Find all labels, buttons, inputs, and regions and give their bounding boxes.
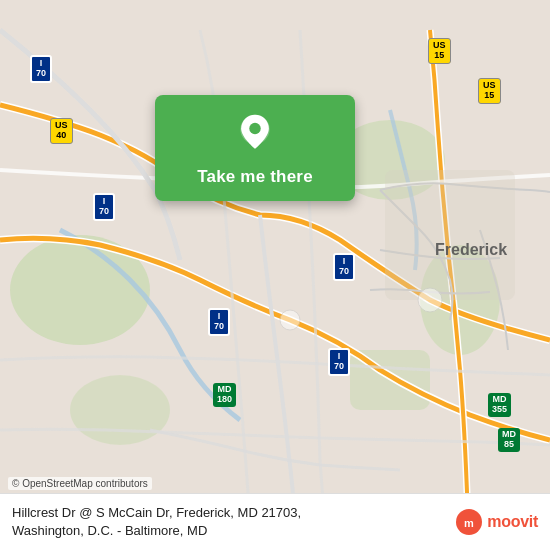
address-line1: Hillcrest Dr @ S McCain Dr, Frederick, M… [12, 505, 301, 520]
svg-text:m: m [464, 517, 474, 529]
highway-badge-md180: MD180 [213, 383, 236, 407]
svg-point-8 [418, 288, 442, 312]
highway-badge-us40: US40 [50, 118, 73, 144]
svg-point-11 [249, 123, 260, 134]
highway-badge-md85: MD85 [498, 428, 520, 452]
highway-badge-i70-mid: I70 [93, 193, 115, 221]
address-text: Hillcrest Dr @ S McCain Dr, Frederick, M… [12, 504, 445, 540]
moovit-wordmark: moovit [487, 513, 538, 531]
take-me-there-button[interactable]: Take me there [197, 167, 313, 187]
highway-badge-us15-ne: US15 [478, 78, 501, 104]
svg-point-9 [280, 310, 300, 330]
highway-badge-i70-se2: I70 [328, 348, 350, 376]
moovit-icon: m [455, 508, 483, 536]
address-line2: Washington, D.C. - Baltimore, MD [12, 523, 207, 538]
location-pin-icon [233, 113, 277, 157]
svg-text:Frederick: Frederick [435, 241, 507, 258]
highway-badge-i70-nw: I70 [30, 55, 52, 83]
highway-badge-md355: MD355 [488, 393, 511, 417]
highway-badge-i70-se: I70 [208, 308, 230, 336]
highway-badge-i70-mid2: I70 [333, 253, 355, 281]
bottom-bar: Hillcrest Dr @ S McCain Dr, Frederick, M… [0, 493, 550, 550]
svg-point-4 [70, 375, 170, 445]
svg-rect-6 [385, 170, 515, 300]
moovit-logo: m moovit [455, 508, 538, 536]
map-background: Frederick [0, 0, 550, 550]
address-block: Hillcrest Dr @ S McCain Dr, Frederick, M… [12, 504, 445, 540]
osm-attribution: © OpenStreetMap contributors [8, 477, 152, 490]
highway-badge-us15-n: US15 [428, 38, 451, 64]
map-container: Frederick I70 US40 I70 I70 I70 MD180 US1… [0, 0, 550, 550]
action-card: Take me there [155, 95, 355, 201]
